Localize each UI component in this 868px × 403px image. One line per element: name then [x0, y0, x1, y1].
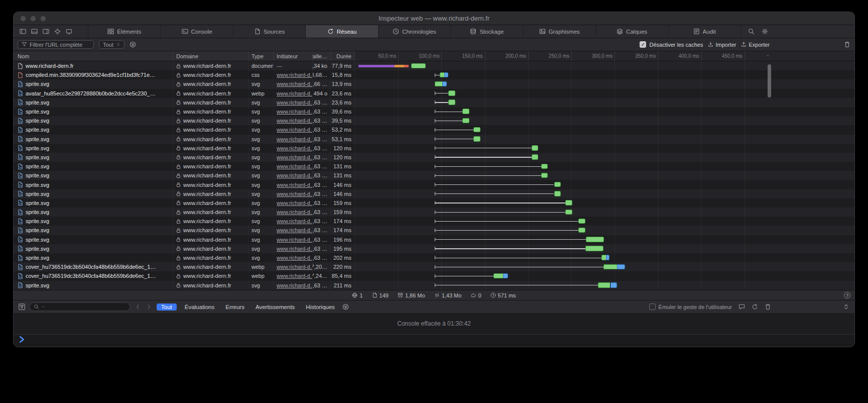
initiator-link[interactable]: www.richard-d…	[277, 282, 313, 288]
tab-sources[interactable]: Sources	[233, 25, 305, 38]
initiator-link[interactable]: www.richard-d…	[277, 154, 313, 160]
network-request-row[interactable]: sprite.svgwww.richard-dern.frsvgwww.rich…	[14, 180, 854, 189]
resize-console-icon[interactable]	[843, 304, 849, 310]
network-request-row[interactable]: cover_hu736519dc3b5040cfa48b6b559b6de6ec…	[14, 271, 854, 280]
initiator-link[interactable]: www.richard-d…	[277, 273, 313, 279]
waterfall-scrollbar-thumb[interactable]	[768, 64, 771, 97]
network-request-row[interactable]: sprite.svgwww.richard-dern.frsvgwww.rich…	[14, 217, 854, 226]
dock-bottom-icon[interactable]	[31, 28, 38, 35]
network-request-row[interactable]: sprite.svgwww.richard-dern.frsvgwww.rich…	[14, 125, 854, 134]
minimize-button[interactable]	[30, 16, 36, 22]
export-button[interactable]: Exporter	[741, 42, 770, 48]
clear-network-trash-icon[interactable]	[844, 41, 850, 48]
network-request-row[interactable]: sprite.svgwww.richard-dern.frsvgwww.rich…	[14, 107, 854, 116]
initiator-link[interactable]: www.richard-d…	[277, 99, 313, 106]
import-button[interactable]: Importer	[708, 42, 736, 48]
column-header-size[interactable]: Taille…	[313, 51, 331, 61]
console-scope-evaluations[interactable]: Évaluations	[182, 304, 217, 311]
network-request-row[interactable]: sprite.svgwww.richard-dern.frsvgwww.rich…	[14, 98, 854, 107]
network-request-row[interactable]: sprite.svgwww.richard-dern.frsvgwww.rich…	[14, 79, 854, 88]
network-request-row[interactable]: sprite.svgwww.richard-dern.frsvgwww.rich…	[14, 235, 854, 244]
element-picker-icon[interactable]	[54, 28, 61, 35]
help-button[interactable]: ?	[844, 292, 850, 298]
initiator-link[interactable]: www.richard-d…	[277, 246, 313, 252]
initiator-link[interactable]: www.richard-d…	[277, 255, 313, 261]
console-prompt[interactable]	[14, 334, 854, 344]
console-filter-options-icon[interactable]	[342, 304, 349, 310]
network-request-row[interactable]: sprite.svgwww.richard-dern.frsvgwww.rich…	[14, 116, 854, 125]
initiator-link[interactable]: www.richard-d…	[277, 264, 313, 270]
network-request-row[interactable]: sprite.svgwww.richard-dern.frsvgwww.rich…	[14, 135, 854, 144]
zoom-button[interactable]	[40, 16, 46, 22]
window-titlebar[interactable]: Inspecteur web — www.richard-dern.fr	[14, 12, 854, 25]
initiator-link[interactable]: www.richard-d…	[277, 237, 313, 243]
search-icon[interactable]	[748, 28, 755, 35]
tab-layers[interactable]: Calques	[595, 25, 668, 38]
scroll-top-chevron-icon[interactable]	[766, 53, 770, 58]
resource-type-select[interactable]: Tout	[99, 40, 125, 49]
initiator-link[interactable]: www.richard-d…	[277, 172, 313, 178]
tab-elements[interactable]: Éléments	[88, 25, 160, 38]
initiator-link[interactable]: www.richard-d…	[277, 209, 313, 215]
network-request-row[interactable]: www.richard-dern.frwww.richard-dern.frdo…	[14, 61, 854, 70]
console-filter-button[interactable]	[19, 304, 25, 310]
tab-network[interactable]: Réseau	[305, 25, 378, 38]
show-console-tab-icon[interactable]	[738, 304, 745, 310]
tab-storage[interactable]: Stockage	[450, 25, 523, 38]
console-scope-historiques[interactable]: Historiques	[303, 304, 338, 311]
column-header-initiator[interactable]: Initiateur	[274, 51, 313, 61]
network-request-row[interactable]: sprite.svgwww.richard-dern.frsvgwww.rich…	[14, 253, 854, 262]
filter-options-icon[interactable]	[130, 41, 136, 48]
device-settings-icon[interactable]	[66, 28, 72, 35]
history-back-icon[interactable]	[135, 304, 141, 310]
console-scope-tout[interactable]: Tout	[157, 304, 177, 311]
network-request-row[interactable]: sprite.svgwww.richard-dern.frsvgwww.rich…	[14, 162, 854, 171]
dock-right-icon[interactable]	[43, 28, 49, 35]
initiator-link[interactable]: www.richard-d…	[277, 118, 313, 124]
console-scope-erreurs[interactable]: Erreurs	[222, 304, 247, 311]
network-request-row[interactable]: compiled.min.38390909f303624ed9e1cf1bd3f…	[14, 70, 854, 79]
tab-audit[interactable]: Audit	[668, 25, 740, 38]
console-search-input[interactable]	[30, 303, 130, 311]
initiator-link[interactable]: www.richard-d…	[277, 81, 313, 87]
initiator-link[interactable]: www.richard-d…	[277, 200, 313, 206]
initiator-link[interactable]: www.richard-d…	[277, 227, 313, 233]
network-request-row[interactable]: sprite.svgwww.richard-dern.frsvgwww.rich…	[14, 244, 854, 253]
network-request-row[interactable]: sprite.svgwww.richard-dern.frsvgwww.rich…	[14, 171, 854, 180]
console-scope-avertissements[interactable]: Avertissements	[253, 304, 298, 311]
close-button[interactable]	[20, 16, 26, 22]
column-header-duration[interactable]: Durée	[331, 51, 355, 61]
network-request-row[interactable]: sprite.svgwww.richard-dern.frsvgwww.rich…	[14, 226, 854, 235]
history-forward-icon[interactable]	[146, 304, 152, 310]
clear-console-trash-icon[interactable]	[765, 304, 771, 310]
initiator-link[interactable]: www.richard-d…	[277, 218, 313, 224]
network-request-row[interactable]: sprite.svgwww.richard-dern.frsvgwww.rich…	[14, 153, 854, 162]
column-header-domain[interactable]: Domaine	[173, 51, 249, 61]
initiator-link[interactable]: www.richard-d…	[277, 90, 313, 96]
network-request-row[interactable]: avatar_hu85ecc3e298728880b0bde2dcc4e5c23…	[14, 89, 854, 98]
tab-console[interactable]: Console	[160, 25, 232, 38]
initiator-link[interactable]: www.richard-d…	[277, 72, 313, 78]
gear-icon[interactable]	[762, 28, 768, 35]
network-request-row[interactable]: cover_hu736519dc3b5040cfa48b6b559b6de6ec…	[14, 262, 854, 271]
dock-side-icon[interactable]	[20, 28, 26, 35]
column-header-type[interactable]: Type	[249, 51, 274, 61]
preserve-log-refresh-icon[interactable]	[752, 304, 758, 310]
network-request-row[interactable]: sprite.svgwww.richard-dern.frsvgwww.rich…	[14, 144, 854, 153]
initiator-link[interactable]: www.richard-d…	[277, 163, 313, 169]
network-request-row[interactable]: sprite.svgwww.richard-dern.frsvgwww.rich…	[14, 281, 854, 290]
network-request-row[interactable]: sprite.svgwww.richard-dern.frsvgwww.rich…	[14, 198, 854, 208]
initiator-link[interactable]: www.richard-d…	[277, 127, 313, 133]
initiator-link[interactable]: www.richard-d…	[277, 182, 313, 188]
initiator-link[interactable]: www.richard-d…	[277, 191, 313, 197]
tab-timelines[interactable]: Chronologies	[378, 25, 450, 38]
initiator-link[interactable]: www.richard-d…	[277, 136, 313, 142]
network-request-row[interactable]: sprite.svgwww.richard-dern.frsvgwww.rich…	[14, 208, 854, 217]
column-header-name[interactable]: Nom	[14, 51, 173, 61]
initiator-link[interactable]: www.richard-d…	[277, 145, 313, 151]
emulate-user-gesture-checkbox[interactable]: Émuler le geste de l'utilisateur	[649, 304, 732, 310]
initiator-link[interactable]: www.richard-d…	[277, 109, 313, 115]
url-filter-input[interactable]: Filtrer l'URL complète	[18, 40, 94, 49]
network-request-row[interactable]: sprite.svgwww.richard-dern.frsvgwww.rich…	[14, 189, 854, 198]
tab-graphics[interactable]: Graphismes	[523, 25, 595, 38]
